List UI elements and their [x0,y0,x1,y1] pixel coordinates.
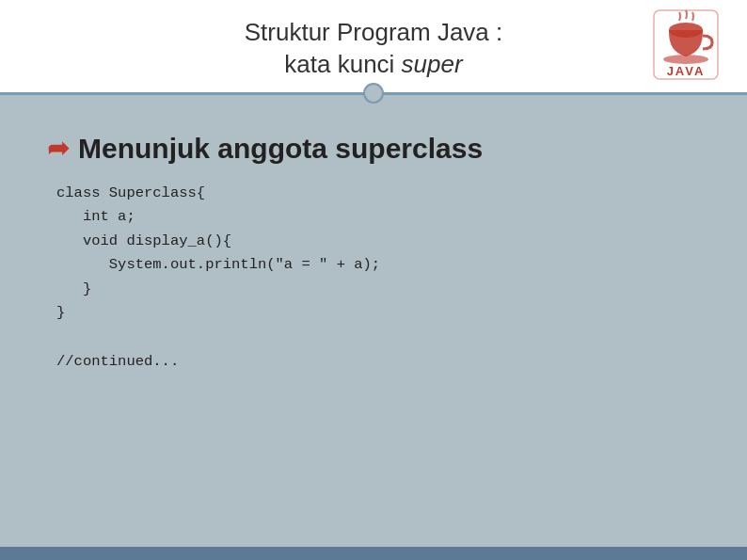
code-line-2: int a; [56,205,700,230]
bullet-text: Menunjuk anggota superclass [78,133,483,165]
code-line-4: System.out.println("a = " + a); [56,253,700,278]
code-line-5: } [56,278,700,302]
bullet-heading: ➦ Menunjuk anggota superclass [47,133,700,165]
slide-header: Struktur Program Java : kata kunci super… [0,0,747,95]
code-line-7 [56,326,700,350]
main-content: ➦ Menunjuk anggota superclass class Supe… [0,95,747,547]
java-logo: JAVA [653,9,719,80]
bullet-icon: ➦ [47,133,69,164]
slide-title: Struktur Program Java : kata kunci super [245,17,503,81]
code-block: class Superclass{ int a; void display_a(… [56,182,700,375]
slide: Struktur Program Java : kata kunci super… [0,0,747,560]
svg-text:JAVA: JAVA [667,64,706,78]
code-line-3: void display_a(){ [56,230,700,254]
title-italic: super [402,50,463,78]
title-line2: kata kunci [284,50,401,78]
code-line-1: class Superclass{ [56,182,700,206]
circle-connector [363,83,384,104]
svg-point-1 [663,55,708,64]
code-line-8: //continued... [56,350,700,375]
title-line1: Struktur Program Java : [245,18,503,46]
bottom-bar [0,547,747,560]
code-line-6: } [56,301,700,326]
